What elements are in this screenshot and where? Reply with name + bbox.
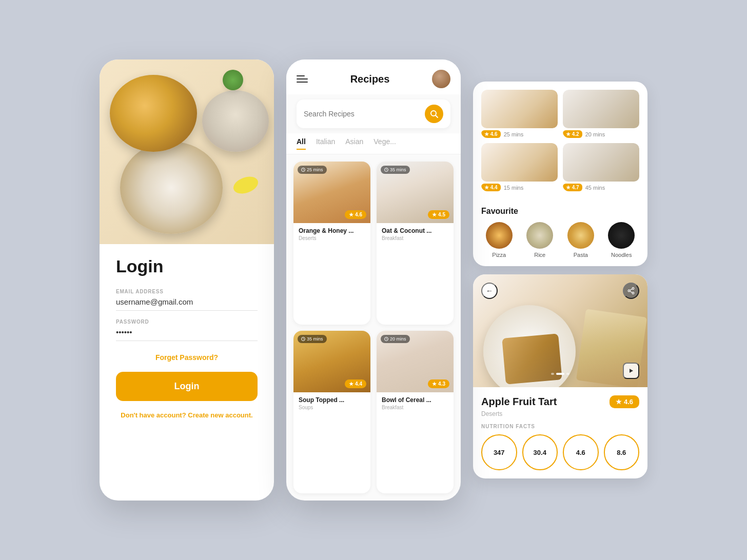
mini-recipe-image-4: [563, 143, 639, 182]
detail-column: ★ 4.6 25 mins ★ 4.2 20 mins ★ 4.4: [473, 82, 647, 478]
mini-recipe-4[interactable]: ★ 4.7 45 mins: [563, 143, 639, 191]
favourite-rice-image: [526, 222, 553, 249]
mini-recipe-image-1: [481, 90, 558, 128]
recipe-name-pancakes: Orange & Honey ...: [299, 227, 365, 234]
rating-badge-pancakes: ★ 4.6: [345, 210, 366, 219]
recipe-category-soup: Soups: [299, 405, 365, 410]
time-badge-pancakes: 25 mins: [298, 166, 327, 174]
mini-recipe-image-3: [481, 143, 558, 182]
mini-recipe-2[interactable]: ★ 4.2 20 mins: [563, 90, 639, 138]
user-avatar[interactable]: [432, 70, 450, 88]
clock-icon-3: [301, 337, 305, 341]
login-content: Login EMAIL ADDRESS username@gmail.com P…: [100, 244, 274, 501]
mini-star-badge-1: ★ 4.6: [481, 130, 501, 138]
back-button[interactable]: ←: [481, 283, 498, 299]
mini-star-badge-3: ★ 4.4: [481, 184, 501, 191]
tab-asian[interactable]: Asian: [345, 137, 363, 150]
login-button[interactable]: Login: [116, 372, 258, 401]
dot-1: [551, 373, 554, 375]
search-input[interactable]: [304, 110, 425, 118]
mini-rating-row-3: ★ 4.4 15 mins: [481, 184, 558, 191]
time-badge-soup: 35 mins: [298, 335, 327, 343]
password-value[interactable]: ••••••: [116, 328, 258, 341]
mini-rating-row-2: ★ 4.2 20 mins: [563, 130, 639, 138]
favourite-pizza-label: Pizza: [492, 252, 506, 258]
recipes-grid: 25 mins ★ 4.6 Orange & Honey ... Deserts…: [286, 154, 461, 501]
tart-image-overlay: [473, 274, 647, 387]
food-plate-bottom: [120, 142, 223, 234]
favourite-noodles[interactable]: Noodles: [604, 222, 640, 258]
recipe-card-oat[interactable]: 35 mins ★ 4.5 Oat & Coconut ... Breakfas…: [377, 162, 454, 325]
favourite-pasta[interactable]: Pasta: [563, 222, 599, 258]
mini-recipe-3[interactable]: ★ 4.4 15 mins: [481, 143, 558, 191]
image-dots: [551, 373, 569, 375]
svg-line-13: [386, 339, 387, 339]
tart-info: Apple Fruit Tart ★ 4.6 Deserts NUTRITION…: [473, 387, 647, 478]
svg-line-1: [436, 115, 438, 117]
forget-password-link[interactable]: Forget Password?: [116, 353, 258, 362]
menu-line-1: [297, 75, 305, 76]
tart-rating-badge: ★ 4.6: [610, 395, 639, 408]
password-label: PASSWORD: [116, 319, 258, 325]
rating-badge-soup: ★ 4.4: [345, 379, 366, 388]
search-bar: [297, 99, 450, 128]
tart-name-row: Apple Fruit Tart ★ 4.6: [481, 395, 639, 408]
tab-vegetarian[interactable]: Vege...: [373, 137, 396, 150]
mini-time-2: 20 mins: [585, 131, 605, 137]
create-account-text: Don't have account? Create new account.: [116, 411, 258, 419]
tab-all[interactable]: All: [297, 137, 306, 150]
search-button[interactable]: [425, 105, 443, 123]
favourite-pasta-image: [567, 222, 594, 249]
login-food-image: [100, 59, 274, 244]
top-detail-card: ★ 4.6 25 mins ★ 4.2 20 mins ★ 4.4: [473, 82, 647, 266]
recipe-card-pancakes[interactable]: 25 mins ★ 4.6 Orange & Honey ... Deserts: [293, 162, 370, 325]
mini-rating-row-4: ★ 4.7 45 mins: [563, 184, 639, 191]
favourite-title: Favourite: [481, 207, 639, 216]
email-value[interactable]: username@gmail.com: [116, 297, 258, 311]
tart-detail-image: ←: [473, 274, 647, 387]
recipe-info-pancakes: Orange & Honey ... Deserts: [293, 223, 370, 246]
recipe-info-oat: Oat & Coconut ... Breakfast: [377, 223, 454, 246]
recipe-info-soup: Soup Topped ... Soups: [293, 392, 370, 415]
mini-recipes-section: ★ 4.6 25 mins ★ 4.2 20 mins ★ 4.4: [473, 82, 647, 205]
recipes-header: Recipes: [286, 59, 461, 94]
food-lemon: [231, 173, 260, 196]
login-screen: Login EMAIL ADDRESS username@gmail.com P…: [100, 59, 274, 501]
search-icon: [430, 110, 438, 118]
rating-badge-cereal: ★ 4.3: [428, 379, 449, 388]
nutrition-label: NUTRITION FACTS: [481, 424, 639, 429]
mini-recipe-1[interactable]: ★ 4.6 25 mins: [481, 90, 558, 138]
tab-italian[interactable]: Italian: [316, 137, 335, 150]
recipe-card-soup[interactable]: 35 mins ★ 4.4 Soup Topped ... Soups: [293, 331, 370, 494]
favourite-noodles-image: [608, 222, 635, 249]
recipe-name-soup: Soup Topped ...: [299, 396, 365, 404]
mini-star-badge-2: ★ 4.2: [563, 130, 582, 138]
favourite-pizza[interactable]: Pizza: [481, 222, 517, 258]
clock-icon-4: [384, 337, 388, 341]
share-button[interactable]: [623, 283, 639, 299]
recipes-title: Recipes: [350, 73, 390, 85]
favourite-section: Favourite Pizza Rice Pasta Noodles: [473, 205, 647, 266]
rating-badge-oat: ★ 4.5: [428, 210, 449, 219]
favourite-rice[interactable]: Rice: [522, 222, 558, 258]
recipe-category-oat: Breakfast: [382, 235, 448, 241]
tart-name: Apple Fruit Tart: [481, 396, 557, 408]
play-button[interactable]: [623, 363, 639, 379]
recipe-category-cereal: Breakfast: [382, 405, 448, 410]
nutrition-calories: 347: [481, 434, 517, 470]
mini-rating-row-1: ★ 4.6 25 mins: [481, 130, 558, 138]
email-label: EMAIL ADDRESS: [116, 289, 258, 294]
recipe-name-oat: Oat & Coconut ...: [382, 227, 448, 234]
mini-recipe-image-2: [563, 90, 639, 128]
nutrition-protein: 8.6: [604, 434, 640, 470]
food-plate-top-right: [202, 90, 269, 152]
menu-button[interactable]: [297, 75, 308, 83]
favourite-items: Pizza Rice Pasta Noodles: [481, 222, 639, 258]
time-badge-oat: 35 mins: [381, 166, 410, 174]
recipe-card-cereal[interactable]: 20 mins ★ 4.3 Bowl of Cereal ... Breakfa…: [377, 331, 454, 494]
nutrition-row: 347 30.4 4.6 8.6: [481, 434, 639, 470]
nutrition-carbs: 30.4: [522, 434, 558, 470]
create-account-link[interactable]: Create new account.: [188, 411, 252, 419]
time-badge-cereal: 20 mins: [381, 335, 410, 343]
favourite-noodles-label: Noodles: [611, 252, 632, 258]
